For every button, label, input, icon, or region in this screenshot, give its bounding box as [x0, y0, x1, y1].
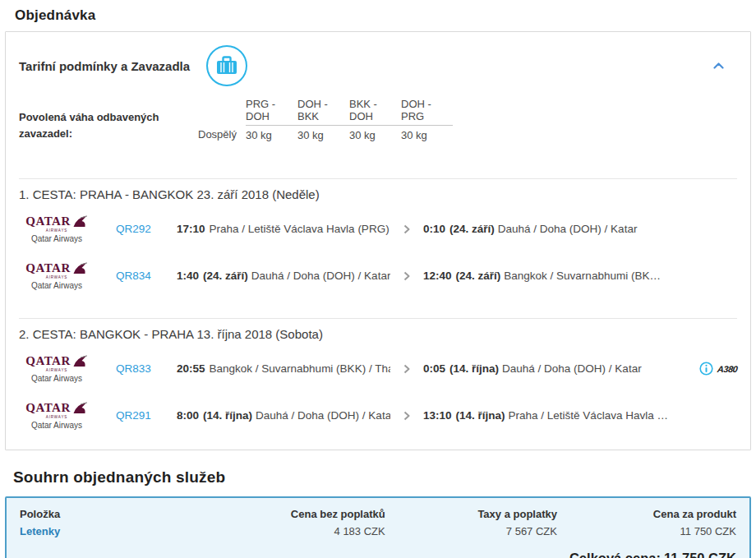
oryx-icon	[72, 402, 88, 414]
departure-date: (14. října)	[203, 409, 252, 422]
flight-number-link[interactable]: QR834	[116, 270, 177, 282]
taxes-value: 7 567 CZK	[385, 525, 557, 537]
airline-name: Qatar Airways	[19, 234, 94, 243]
segment-route: PRG - DOH	[246, 98, 297, 126]
product-price-value: 11 750 CZK	[557, 525, 736, 537]
baggage-segment: DOH - PRG 30 kg	[401, 98, 453, 141]
chevron-up-icon[interactable]	[713, 62, 724, 69]
airline-logo-subtext: AIRWAYS	[23, 368, 91, 372]
trip-2-title: 2. CESTA: BANGKOK - PRAHA 13. října 2018…	[19, 327, 737, 341]
arrival-place: Dauhá / Doha (DOH) / Katar	[498, 223, 638, 235]
qatar-airways-logo: QATAR AIRWAYS Qatar Airways	[19, 402, 94, 430]
segment-weight: 30 kg	[349, 129, 401, 141]
airline-logo-subtext: AIRWAYS	[23, 275, 91, 279]
section-divider	[19, 318, 737, 319]
flight-row: QATAR AIRWAYS Qatar Airways QR834 1:40(2…	[19, 256, 737, 295]
total-price-label: Celková cena:	[569, 551, 661, 558]
airline-name: Qatar Airways	[19, 374, 94, 383]
flight-row: QATAR AIRWAYS Qatar Airways QR292 17:10P…	[19, 210, 737, 248]
arrival-info: 13:10(14. října)Praha / Letiště Václava …	[423, 409, 673, 422]
arrival-place: Praha / Letiště Václava Havla …	[509, 409, 668, 422]
departure-place: Dauhá / Doha (DOH) / Katar	[251, 270, 390, 282]
arrival-date: (14. října)	[449, 362, 499, 375]
baggage-allowance-label: Povolená váha odbavených zavazadel:	[19, 109, 177, 141]
airline-logo-subtext: AIRWAYS	[23, 415, 91, 419]
baggage-segment: PRG - DOH 30 kg	[246, 98, 297, 141]
total-price-value: 11 750 CZK	[664, 551, 736, 558]
airline-name: Qatar Airways	[19, 421, 94, 430]
qatar-airways-logo: QATAR AIRWAYS Qatar Airways	[19, 215, 94, 243]
summary-column-base-price: Cena bez poplatků 4 183 CZK	[191, 508, 385, 537]
arrival-time: 0:05	[423, 362, 445, 375]
item-letenky-link[interactable]: Letenky	[20, 525, 191, 537]
page-title: Objednávka	[15, 7, 756, 24]
departure-time: 17:10	[177, 223, 205, 235]
airline-logo-text: QATAR	[25, 402, 70, 414]
airline-logo-subtext: AIRWAYS	[23, 228, 91, 233]
flight-number-link[interactable]: QR291	[116, 409, 177, 422]
arrival-place: Dauhá / Doha (DOH) / Katar	[502, 362, 642, 375]
passenger-type-label: Dospělý	[198, 128, 246, 141]
flight-number-link[interactable]: QR292	[116, 223, 177, 235]
flight-number-link[interactable]: QR833	[116, 362, 177, 375]
departure-info: 1:40(24. září)Dauhá / Doha (DOH) / Katar	[177, 270, 390, 282]
airline-logo-text: QATAR	[25, 215, 70, 228]
flight-row: QATAR AIRWAYS Qatar Airways QR833 20:55B…	[19, 349, 737, 388]
summary-column-item: Položka Letenky	[20, 508, 191, 537]
flight-row: QATAR AIRWAYS Qatar Airways QR291 8:00(1…	[19, 396, 737, 435]
qatar-airways-logo: QATAR AIRWAYS Qatar Airways	[19, 262, 94, 290]
summary-column-product-price: Cena za produkt 11 750 CZK	[557, 508, 736, 537]
info-icon[interactable]	[699, 362, 713, 376]
airline-logo-cell: QATAR AIRWAYS Qatar Airways	[19, 355, 116, 383]
tariff-section-header: Tarifní podmínky a Zavazadla	[19, 45, 737, 86]
baggage-segment: BKK - DOH 30 kg	[349, 98, 401, 141]
oryx-icon	[72, 262, 88, 274]
departure-info: 20:55Bangkok / Suvarnabhumi (BKK) / Thaj…	[177, 362, 390, 375]
segment-route: BKK - DOH	[349, 98, 401, 126]
summary-title: Souhrn objednaných služeb	[13, 468, 756, 487]
departure-date: (24. září)	[203, 270, 248, 282]
arrival-info: 0:10(24. září)Dauhá / Doha (DOH) / Katar	[423, 223, 673, 235]
summary-column-taxes: Taxy a poplatky 7 567 CZK	[385, 508, 557, 537]
airline-name: Qatar Airways	[19, 281, 94, 290]
trip-1-title: 1. CESTA: PRAHA - BANGKOK 23. září 2018 …	[19, 187, 737, 201]
tariff-section-title: Tarifní podmínky a Zavazadla	[19, 59, 190, 73]
departure-time: 1:40	[177, 270, 199, 282]
arrival-date: (24. září)	[456, 270, 501, 282]
column-header: Cena za produkt	[557, 508, 736, 520]
arrival-time: 13:10	[423, 409, 452, 422]
column-header: Taxy a poplatky	[385, 508, 557, 520]
arrival-date: (14. října)	[456, 409, 505, 422]
chevron-right-icon	[390, 411, 423, 421]
airline-logo-cell: QATAR AIRWAYS Qatar Airways	[19, 262, 116, 290]
arrival-time: 0:10	[423, 223, 445, 235]
baggage-icon	[206, 45, 247, 86]
total-price: Celková cena:11 750 CZK	[20, 551, 736, 558]
segment-weight: 30 kg	[297, 129, 349, 141]
base-price-value: 4 183 CZK	[191, 525, 385, 537]
arrival-time: 12:40	[423, 270, 452, 282]
departure-time: 20:55	[177, 362, 205, 375]
departure-info: 17:10Praha / Letiště Václava Havla (PRG)…	[177, 223, 390, 235]
airline-logo-text: QATAR	[25, 262, 70, 274]
order-details-card: Tarifní podmínky a Zavazadla Povolená vá…	[5, 31, 751, 450]
arrival-info: 12:40(24. září)Bangkok / Suvarnabhumi (B…	[423, 270, 673, 282]
departure-place: Bangkok / Suvarnabhumi (BKK) / Thajsko	[210, 362, 390, 375]
order-summary-box: Položka Letenky Cena bez poplatků 4 183 …	[5, 496, 751, 558]
departure-info: 8:00(14. října)Dauhá / Doha (DOH) / Kata…	[177, 409, 390, 422]
segment-weight: 30 kg	[246, 129, 297, 141]
baggage-allowance-table: Povolená váha odbavených zavazadel: Dosp…	[19, 98, 737, 141]
chevron-right-icon	[390, 224, 423, 234]
segment-weight: 30 kg	[401, 129, 453, 141]
chevron-right-icon	[390, 364, 423, 374]
arrival-place: Bangkok / Suvarnabhumi (BK…	[504, 270, 661, 282]
segment-route: DOH - PRG	[401, 98, 453, 126]
baggage-segment: DOH - BKK 30 kg	[297, 98, 349, 141]
departure-place: Praha / Letiště Václava Havla (PRG) / Če…	[210, 223, 390, 235]
airline-logo-text: QATAR	[25, 355, 70, 367]
column-header: Položka	[20, 508, 191, 520]
oryx-icon	[72, 215, 88, 228]
arrival-info: 0:05(14. října)Dauhá / Doha (DOH) / Kata…	[423, 362, 673, 375]
summary-table: Položka Letenky Cena bez poplatků 4 183 …	[20, 508, 736, 537]
column-header: Cena bez poplatků	[191, 508, 385, 520]
